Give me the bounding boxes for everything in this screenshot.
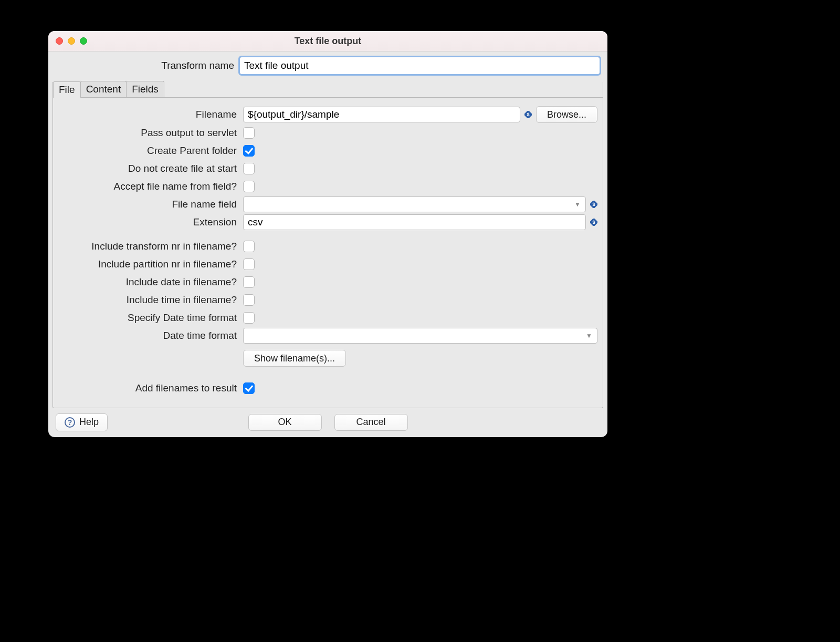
inc-time-checkbox[interactable] — [243, 294, 255, 306]
row-inc-date: Include date in filename? — [58, 274, 597, 290]
tab-file[interactable]: File — [53, 81, 81, 98]
row-extension: Extension $ — [58, 214, 597, 230]
pass-servlet-checkbox[interactable] — [243, 127, 255, 139]
row-pass-servlet: Pass output to servlet — [58, 125, 597, 141]
row-show-filenames: Show filename(s)... — [58, 350, 597, 367]
transform-name-input[interactable] — [239, 57, 600, 75]
spec-dt-checkbox[interactable] — [243, 312, 255, 324]
add-result-checkbox[interactable] — [243, 382, 255, 394]
window-title: Text file output — [48, 36, 607, 47]
variable-icon: $ — [590, 219, 597, 226]
no-create-start-checkbox[interactable] — [243, 163, 255, 174]
titlebar: Text file output — [48, 31, 607, 51]
inc-date-checkbox[interactable] — [243, 276, 255, 288]
no-create-start-label: Do not create file at start — [58, 163, 243, 174]
chevron-down-icon: ▼ — [574, 201, 581, 208]
row-fn-field: File name field ▼ $ — [58, 196, 597, 212]
filename-label: Filename — [58, 109, 243, 120]
row-add-result: Add filenames to result — [58, 380, 597, 396]
tab-panel: File Content Fields Filename $ Browse...… — [52, 82, 603, 408]
help-button[interactable]: ? Help — [56, 413, 108, 431]
row-inc-transform: Include transform nr in filename? — [58, 239, 597, 254]
inc-partition-checkbox[interactable] — [243, 258, 255, 270]
extension-input[interactable] — [243, 214, 586, 230]
inc-transform-checkbox[interactable] — [243, 241, 255, 252]
ok-button[interactable]: OK — [248, 414, 322, 431]
inc-time-label: Include time in filename? — [58, 294, 243, 306]
filename-input[interactable] — [243, 107, 520, 122]
fn-field-combo[interactable]: ▼ — [243, 196, 586, 212]
row-inc-partition: Include partition nr in filename? — [58, 256, 597, 272]
transform-name-label: Transform name — [56, 60, 239, 71]
create-parent-label: Create Parent folder — [58, 145, 243, 157]
fn-field-label: File name field — [58, 199, 243, 210]
svg-text:$: $ — [592, 202, 595, 207]
cancel-button[interactable]: Cancel — [334, 414, 408, 431]
tab-fields[interactable]: Fields — [126, 81, 164, 97]
variable-icon: $ — [590, 201, 597, 208]
create-parent-checkbox[interactable] — [243, 145, 255, 157]
row-create-parent: Create Parent folder — [58, 143, 597, 159]
accept-fn-field-checkbox[interactable] — [243, 181, 255, 192]
help-label: Help — [79, 417, 99, 428]
variable-icon: $ — [524, 111, 532, 118]
inc-partition-label: Include partition nr in filename? — [58, 258, 243, 270]
add-result-label: Add filenames to result — [58, 382, 243, 394]
row-spec-dt: Specify Date time format — [58, 310, 597, 326]
dialog-footer: ? Help OK Cancel — [48, 408, 607, 437]
row-dt-format: Date time format ▼ — [58, 328, 597, 344]
tab-strip: File Content Fields — [53, 81, 603, 97]
svg-text:$: $ — [592, 220, 595, 225]
row-no-create-start: Do not create file at start — [58, 161, 597, 177]
extension-label: Extension — [58, 216, 243, 228]
row-accept-fn-field: Accept file name from field? — [58, 179, 597, 194]
accept-fn-field-label: Accept file name from field? — [58, 181, 243, 192]
browse-button[interactable]: Browse... — [536, 106, 597, 123]
show-filenames-button[interactable]: Show filename(s)... — [243, 350, 346, 367]
spec-dt-label: Specify Date time format — [58, 312, 243, 324]
inc-date-label: Include date in filename? — [58, 276, 243, 288]
row-filename: Filename $ Browse... — [58, 106, 597, 123]
file-tab-body: Filename $ Browse... Pass output to serv… — [53, 97, 603, 408]
transform-row: Transform name — [48, 51, 607, 75]
inc-transform-label: Include transform nr in filename? — [58, 241, 243, 252]
chevron-down-icon: ▼ — [585, 332, 593, 339]
svg-text:$: $ — [527, 112, 529, 117]
dialog-window: Text file output Transform name File Con… — [48, 31, 607, 437]
dt-format-label: Date time format — [58, 330, 243, 341]
dt-format-combo[interactable]: ▼ — [243, 328, 597, 344]
help-icon: ? — [65, 417, 75, 428]
tab-content[interactable]: Content — [80, 81, 127, 97]
pass-servlet-label: Pass output to servlet — [58, 127, 243, 139]
row-inc-time: Include time in filename? — [58, 292, 597, 308]
